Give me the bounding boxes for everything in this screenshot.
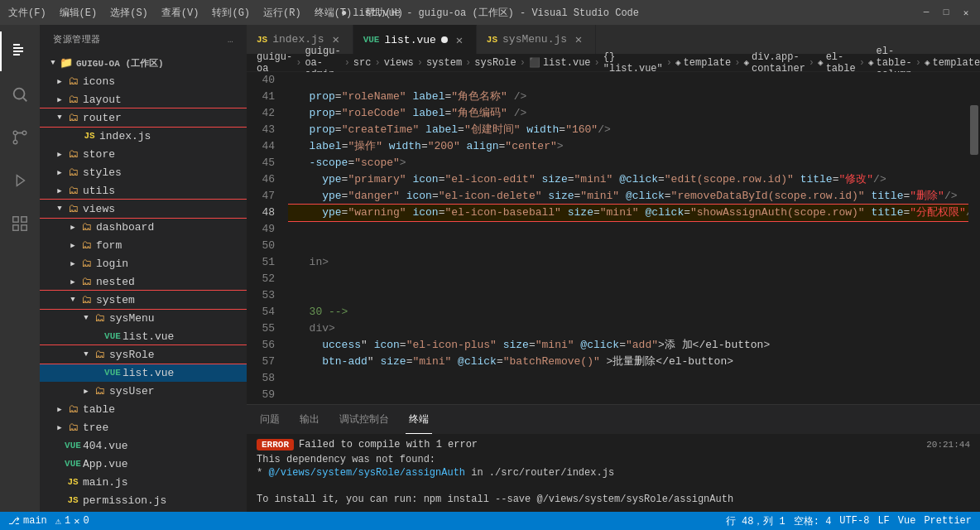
language-label: Vue: [898, 515, 916, 527]
menu-file[interactable]: 文件(F): [8, 6, 46, 20]
sidebar-item-sysrole[interactable]: ▼ 🗂 sysRole: [40, 345, 247, 364]
sidebar-item-indexjs[interactable]: ▶ JS index.js: [40, 127, 247, 145]
sidebar-item-icons[interactable]: ▶ 🗂 icons: [40, 72, 247, 90]
sidebar-item-styles[interactable]: ▶ 🗂 styles: [40, 163, 247, 181]
store-arrow: ▶: [53, 147, 66, 161]
bc-divapp[interactable]: ◈ div.app-container: [743, 51, 805, 75]
code-editor[interactable]: 4041424344454647484950515253545556575859…: [247, 72, 980, 404]
position-label: 行 48，列 1: [726, 514, 785, 528]
tab-listvue-label: list.vue: [384, 34, 435, 46]
warning-icon: ⚠: [55, 515, 61, 528]
code-line-55: div>: [288, 320, 968, 337]
login-arrow: ▶: [66, 257, 79, 270]
activity-extensions[interactable]: [0, 204, 40, 243]
sidebar-item-permissionjs[interactable]: ▶ JS permission.js: [40, 491, 247, 509]
git-branch-icon: ⎇: [8, 515, 20, 528]
tab-listvue-close[interactable]: ✕: [453, 33, 466, 46]
bc-obj[interactable]: {} "list.vue": [603, 51, 663, 75]
error-detail-2: * @/views/system/sysRole/assignAuth in .…: [257, 467, 970, 479]
mainjs-icon: JS: [66, 475, 79, 489]
menu-run[interactable]: 运行(R): [263, 6, 301, 20]
maximize-button[interactable]: □: [940, 7, 952, 18]
sidebar-item-appvue[interactable]: ▶ VUE App.vue: [40, 455, 247, 473]
indexjs-label: index.js: [99, 130, 247, 142]
bc-eltable[interactable]: ◈ el-table: [818, 51, 856, 75]
mainjs-label: main.js: [83, 476, 247, 489]
menu-goto[interactable]: 转到(G): [212, 6, 250, 20]
activity-git[interactable]: [0, 118, 40, 157]
sidebar-item-form[interactable]: ▶ 🗂 form: [40, 236, 247, 254]
sidebar-item-table[interactable]: ▶ 🗂 table: [40, 400, 247, 418]
tab-sysMenujs-close[interactable]: ✕: [572, 33, 585, 46]
sysuser-folder-icon: 🗂: [93, 384, 106, 398]
bc-sysRole[interactable]: sysRole: [474, 57, 516, 69]
sidebar-item-store[interactable]: ▶ 🗂 store: [40, 145, 247, 163]
sidebar-item-views[interactable]: ▼ 🗂 views: [40, 200, 247, 218]
status-language[interactable]: Vue: [898, 515, 916, 527]
bc-src[interactable]: src: [353, 57, 372, 69]
appvue-label: App.vue: [83, 458, 247, 470]
status-left: ⎇ main ⚠ 1 ✕ 0: [8, 515, 89, 528]
sidebar-item-tree[interactable]: ▶ 🗂 tree: [40, 418, 247, 436]
tree-arrow: ▶: [53, 421, 66, 434]
menu-view[interactable]: 查看(V): [161, 6, 199, 20]
panel-tab-debug[interactable]: 调试控制台: [336, 405, 392, 434]
sidebar-more-icon[interactable]: …: [228, 35, 233, 45]
router-label: router: [83, 112, 247, 124]
code-content[interactable]: prop="roleName" label="角色名称" /> prop="ro…: [288, 72, 968, 404]
menu-select[interactable]: 选择(S): [110, 6, 148, 20]
tree-root[interactable]: ▼ 📁 GUIGU-OA (工作区): [40, 54, 247, 72]
root-label: GUIGU-OA (工作区): [76, 57, 247, 70]
close-button[interactable]: ✕: [960, 7, 972, 18]
sidebar-item-sysmenu[interactable]: ▼ 🗂 sysMenu: [40, 309, 247, 327]
menu-edit[interactable]: 编辑(E): [60, 6, 98, 20]
sidebar-item-listvue-active[interactable]: ▶ VUE list.vue: [40, 364, 247, 382]
status-lineending[interactable]: LF: [877, 515, 889, 527]
sidebar-item-404[interactable]: ▶ VUE 404.vue: [40, 436, 247, 455]
activity-debug[interactable]: [0, 161, 40, 200]
spaces-label: 空格: 4: [794, 514, 832, 528]
tab-sysMenujs[interactable]: JS sysMenu.js ✕: [477, 25, 596, 54]
sidebar-item-router[interactable]: ▼ 🗂 router: [40, 108, 247, 127]
sidebar-item-mainjs[interactable]: ▶ JS main.js: [40, 473, 247, 491]
status-spaces[interactable]: 空格: 4: [794, 514, 832, 528]
sidebar-item-utils[interactable]: ▶ 🗂 utils: [40, 181, 247, 200]
sidebar-item-login[interactable]: ▶ 🗂 login: [40, 254, 247, 272]
scrollbar-thumb[interactable]: [970, 105, 978, 155]
sidebar-item-dashboard[interactable]: ▶ 🗂 dashboard: [40, 218, 247, 236]
breadcrumb: guigu-oa › guigu-oa-admin › src › views …: [247, 54, 980, 72]
panel-tab-terminal[interactable]: 终端: [406, 405, 432, 434]
status-errors[interactable]: ⚠ 1 ✕ 0: [55, 515, 89, 528]
tab-listvue[interactable]: VUE list.vue ✕: [353, 25, 477, 54]
status-position[interactable]: 行 48，列 1: [726, 514, 785, 528]
status-git[interactable]: ⎇ main: [8, 515, 47, 528]
sidebar-item-listvue1[interactable]: ▶ VUE list.vue: [40, 327, 247, 345]
bc-guigu-oa[interactable]: guigu-oa: [257, 51, 292, 75]
minimize-button[interactable]: ─: [920, 7, 932, 18]
sidebar-item-system[interactable]: ▼ 🗂 system: [40, 291, 247, 309]
sidebar-item-nested[interactable]: ▶ 🗂 nested: [40, 272, 247, 291]
bc-template2[interactable]: ◈ template: [925, 57, 980, 69]
status-encoding[interactable]: UTF-8: [839, 515, 869, 527]
status-formatter[interactable]: Prettier: [924, 515, 972, 527]
error-icon: ✕: [74, 515, 79, 528]
code-line-50: [288, 238, 968, 254]
panel-tab-output[interactable]: 输出: [296, 405, 323, 434]
error-count: 0: [83, 515, 89, 527]
tab-indexjs-close[interactable]: ✕: [329, 33, 343, 46]
panel-tab-problems[interactable]: 问题: [257, 405, 283, 434]
activity-explorer[interactable]: [0, 31, 40, 71]
svg-rect-8: [22, 225, 26, 230]
bc-template1[interactable]: ◈ template: [675, 57, 731, 69]
404-icon: VUE: [66, 439, 79, 452]
bc-views[interactable]: views: [384, 57, 414, 69]
sidebar-item-sysuser[interactable]: ▶ 🗂 sysUser: [40, 382, 247, 400]
sidebar-item-layout[interactable]: ▶ 🗂 layout: [40, 90, 247, 108]
tab-listvue-modified-dot: [441, 36, 448, 43]
bc-system[interactable]: system: [426, 57, 462, 69]
activity-search[interactable]: [0, 75, 40, 114]
editor-scrollbar[interactable]: [968, 72, 980, 404]
bc-listvue[interactable]: ⬛ list.vue: [529, 57, 591, 69]
form-label: form: [96, 239, 247, 252]
bc-sep4: ›: [417, 57, 423, 69]
